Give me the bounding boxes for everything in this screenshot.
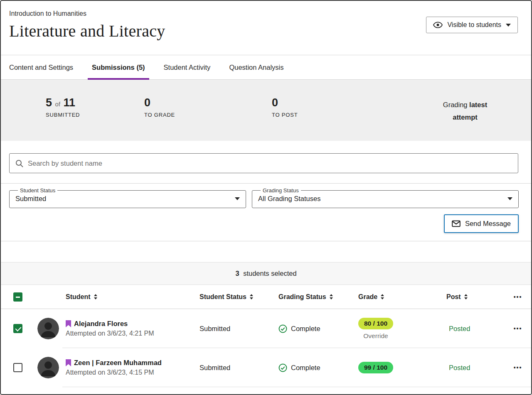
submissions-table: 3 students selected Student Student Stat… [1, 262, 531, 387]
column-label: Student Status [200, 293, 246, 301]
column-label: Grade [358, 293, 377, 301]
grading-status-value: All Grading Statuses [258, 195, 320, 203]
grade-pill[interactable]: 80 / 100 [358, 318, 393, 329]
tab-submissions[interactable]: Submissions (5) [85, 55, 151, 79]
course-name: Introduction to Humanities [9, 10, 165, 17]
student-name[interactable]: Alejandra Flores [74, 320, 128, 328]
table-menu-button[interactable]: ••• [514, 294, 522, 300]
stats-bar: 5 of 11 SUBMITTED 0 TO GRADE 0 TO POST G… [1, 80, 531, 141]
grading-status-select[interactable]: Grading Status All Grading Statuses [252, 187, 519, 208]
grading-status: Complete [291, 325, 320, 333]
sort-arrows-icon [94, 294, 97, 299]
tab-content-and-settings[interactable]: Content and Settings [2, 55, 80, 79]
attempt-info: Attempted on 3/6/23, 4:21 PM [66, 330, 200, 337]
selected-count: 3 [235, 270, 239, 277]
to-grade-count: 0 [144, 96, 272, 109]
sort-arrows-icon [330, 294, 333, 299]
grade-cell: 99 / 100 [358, 362, 393, 373]
column-label: Student [66, 293, 91, 301]
avatar [37, 318, 59, 339]
selected-count-label: students selected [243, 270, 296, 277]
column-label: Post [446, 293, 461, 301]
post-status[interactable]: Posted [446, 325, 505, 333]
tab-bar: Content and Settings Submissions (5) Stu… [1, 55, 531, 80]
envelope-icon [452, 220, 461, 227]
bookmark-icon [66, 359, 71, 366]
student-status-select[interactable]: Student Status Submitted [9, 187, 246, 208]
search-input[interactable] [28, 159, 512, 167]
column-header-student-status[interactable]: Student Status [200, 293, 278, 301]
grading-prefix: Grading [443, 101, 468, 108]
tab-question-analysis[interactable]: Question Analysis [222, 55, 290, 79]
send-message-button[interactable]: Send Message [444, 214, 519, 233]
grade-cell: 80 / 100 Override [358, 318, 393, 340]
table-row: Zeen | Farzeen Muhammad Attempted on 3/6… [1, 348, 531, 387]
column-header-post[interactable]: Post [446, 293, 505, 301]
table-header-row: Student Student Status Grading Status Gr… [1, 285, 531, 309]
submitted-total: 11 [64, 96, 76, 109]
grade-pill[interactable]: 99 / 100 [358, 362, 393, 373]
student-status: Submitted [200, 325, 278, 333]
grading-status-cell: Complete [278, 324, 358, 333]
student-status-label: Student Status [18, 187, 57, 194]
stat-to-post: 0 TO POST [272, 96, 434, 118]
row-checkbox[interactable] [13, 324, 22, 333]
sort-arrows-icon [464, 294, 468, 299]
avatar [37, 357, 59, 378]
student-status: Submitted [200, 364, 278, 372]
send-message-label: Send Message [465, 220, 511, 228]
sort-arrows-icon [250, 294, 253, 299]
of-label: of [55, 101, 61, 108]
student-cell: Alejandra Flores Attempted on 3/6/23, 4:… [62, 320, 200, 337]
stat-to-grade: 0 TO GRADE [144, 96, 272, 118]
search-icon [15, 159, 23, 167]
eye-icon [433, 22, 443, 28]
to-grade-label: TO GRADE [144, 112, 272, 118]
selected-count-bar: 3 students selected [1, 262, 531, 285]
sort-arrows-icon [381, 294, 384, 299]
row-menu-button[interactable]: ••• [514, 325, 522, 332]
filters-section: Student Status Submitted Grading Status … [1, 184, 531, 241]
table-row: Alejandra Flores Attempted on 3/6/23, 4:… [1, 309, 531, 348]
select-all-checkbox[interactable] [13, 292, 22, 302]
column-header-student[interactable]: Student [62, 293, 200, 301]
student-status-value: Submitted [15, 195, 46, 203]
row-menu-button[interactable]: ••• [514, 364, 522, 371]
check-circle-icon [278, 324, 287, 333]
column-label: Grading Status [278, 293, 326, 301]
stat-submitted: 5 of 11 SUBMITTED [46, 96, 144, 118]
post-status[interactable]: Posted [446, 364, 505, 372]
search-section [1, 141, 531, 184]
grading-attempt-setting: Grading latest attempt [434, 99, 496, 123]
page-title: Literature and Literacy [9, 21, 165, 41]
attempt-info: Attempted on 3/6/23, 4:15 PM [66, 369, 200, 376]
override-label: Override [363, 332, 388, 340]
visibility-label: Visible to students [447, 21, 501, 29]
send-message-row: Send Message [1, 208, 531, 233]
grading-status-cell: Complete [278, 363, 358, 372]
header-titles: Introduction to Humanities Literature an… [9, 10, 165, 41]
chevron-down-icon [235, 197, 240, 200]
student-cell: Zeen | Farzeen Muhammad Attempted on 3/6… [62, 359, 200, 376]
row-checkbox[interactable] [13, 363, 22, 372]
to-post-count: 0 [272, 96, 434, 109]
column-header-grading-status[interactable]: Grading Status [278, 293, 358, 301]
student-name[interactable]: Zeen | Farzeen Muhammad [74, 359, 162, 367]
visibility-dropdown[interactable]: Visible to students [426, 17, 518, 33]
search-field[interactable] [9, 153, 518, 173]
filters-row: Student Status Submitted Grading Status … [1, 187, 531, 208]
tab-student-activity[interactable]: Student Activity [157, 55, 217, 79]
submitted-count: 5 [46, 96, 52, 109]
chevron-down-icon [506, 24, 511, 27]
check-circle-icon [278, 363, 287, 372]
page-header: Introduction to Humanities Literature an… [1, 1, 531, 55]
chevron-down-icon [507, 197, 512, 200]
bookmark-icon [66, 320, 71, 327]
to-post-label: TO POST [272, 112, 434, 118]
assessment-submissions-page: Introduction to Humanities Literature an… [0, 0, 532, 395]
grading-status: Complete [291, 364, 320, 372]
submitted-label: SUBMITTED [46, 112, 144, 118]
column-header-grade[interactable]: Grade [358, 293, 446, 301]
grading-status-label: Grading Status [261, 187, 301, 194]
